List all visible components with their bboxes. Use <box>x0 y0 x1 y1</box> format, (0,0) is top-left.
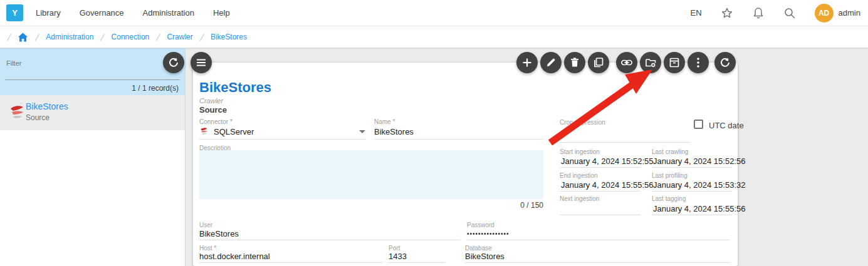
home-icon[interactable] <box>18 33 28 42</box>
app-window: Y Library Governance Administration Help… <box>0 0 868 266</box>
archive-button[interactable] <box>664 52 685 73</box>
search-icon[interactable] <box>783 7 796 19</box>
chevron-down-icon[interactable] <box>359 130 365 133</box>
list-item-bikestores[interactable]: BikeStores Source <box>0 95 185 130</box>
underline <box>467 240 729 240</box>
panel-menu-button[interactable] <box>191 52 212 73</box>
record-count: 1 / 1 record(s) <box>132 84 179 93</box>
breadcrumb-crawler[interactable]: Crawler <box>167 33 192 41</box>
breadcrumb-separator: / <box>200 32 204 43</box>
description-textarea[interactable] <box>199 150 543 199</box>
next-ingestion-label: Next ingestion <box>560 195 599 202</box>
last-tagging-label: Last tagging <box>652 195 686 202</box>
connector-underline <box>199 139 365 140</box>
sqlserver-logo-icon <box>8 103 27 125</box>
port-field[interactable] <box>389 252 445 261</box>
user-field[interactable] <box>199 229 461 238</box>
connector-value: SQLServer <box>214 127 254 136</box>
list-item-type: Source <box>26 113 50 122</box>
name-underline <box>374 139 543 140</box>
utc-date-label: UTC date <box>709 121 744 130</box>
database-label: Database <box>465 245 492 252</box>
underline <box>560 215 641 215</box>
cron-expression-field[interactable] <box>560 129 689 138</box>
topbar-right-cluster: EN AD admin <box>691 4 868 23</box>
cron-underline <box>560 142 689 143</box>
cron-expression-label: Cron expression <box>560 119 605 126</box>
user-avatar[interactable]: AD <box>815 4 834 23</box>
underline <box>652 215 732 215</box>
breadcrumb-separator: / <box>100 32 105 43</box>
refresh-button[interactable] <box>714 52 736 73</box>
start-ingestion-label: Start ingestion <box>560 148 600 155</box>
connector-label: Connector * <box>199 118 233 125</box>
crawl-settings-button[interactable] <box>640 52 661 73</box>
underline <box>560 167 641 168</box>
delete-button[interactable] <box>564 52 585 73</box>
underline <box>199 262 382 263</box>
menu-help[interactable]: Help <box>213 8 230 18</box>
menu-governance[interactable]: Governance <box>80 8 124 18</box>
underline <box>389 262 445 263</box>
star-icon[interactable] <box>721 7 733 19</box>
last-crawling-value: January 4, 2024 15:52:56 <box>653 156 745 166</box>
sidebar-refresh-button[interactable] <box>163 52 184 73</box>
underline <box>560 191 641 192</box>
sqlserver-logo-icon <box>199 126 209 136</box>
database-field[interactable] <box>465 252 729 261</box>
page-subtitle: Crawler <box>199 97 223 105</box>
utc-date-checkbox[interactable] <box>694 120 703 129</box>
last-crawling-label: Last crawling <box>652 148 688 155</box>
user-label: User <box>199 222 212 228</box>
breadcrumb-separator: / <box>7 32 11 43</box>
underline <box>652 167 732 168</box>
underline <box>465 262 729 263</box>
top-navigation-bar: Y Library Governance Administration Help… <box>0 0 868 26</box>
last-profiling-label: Last profiling <box>652 172 688 179</box>
page-title: BikeStores <box>199 79 271 96</box>
duplicate-button[interactable] <box>588 52 609 73</box>
filter-underline <box>5 79 180 80</box>
name-field[interactable] <box>374 127 543 136</box>
underline <box>652 191 732 192</box>
edit-button[interactable] <box>540 52 562 73</box>
menu-administration[interactable]: Administration <box>143 8 194 18</box>
link-button[interactable] <box>616 52 637 73</box>
more-options-button[interactable] <box>688 52 709 73</box>
name-label: Name * <box>374 118 395 125</box>
last-tagging-value: January 4, 2024 15:55:56 <box>653 204 745 213</box>
last-profiling-value: January 4, 2024 15:53:32 <box>653 180 745 190</box>
filter-input[interactable] <box>6 59 150 67</box>
password-label: Password <box>467 222 494 228</box>
end-ingestion-value: January 4, 2024 15:55:56 <box>561 180 653 190</box>
underline <box>199 240 461 240</box>
password-field[interactable] <box>467 230 729 237</box>
add-button[interactable] <box>516 52 538 73</box>
host-label: Host * <box>199 245 216 252</box>
list-item-name[interactable]: BikeStores <box>26 101 68 111</box>
language-selector[interactable]: EN <box>691 8 702 18</box>
filter-section: 1 / 1 record(s) <box>0 48 185 95</box>
username-label: admin <box>839 8 860 18</box>
host-field[interactable] <box>199 252 382 261</box>
start-ingestion-value: January 4, 2024 15:52:55 <box>561 156 653 166</box>
app-logo[interactable]: Y <box>6 4 23 21</box>
connection-list-panel: 1 / 1 record(s) BikeStores Source <box>0 48 186 266</box>
user-account[interactable]: AD admin <box>815 4 860 23</box>
port-label: Port <box>389 245 400 252</box>
connector-select[interactable]: SQLServer <box>199 126 365 136</box>
breadcrumb-connection[interactable]: Connection <box>112 33 150 41</box>
section-heading: Source <box>199 105 227 115</box>
main-menu: Library Governance Administration Help <box>36 8 230 18</box>
breadcrumb-bikestores[interactable]: BikeStores <box>211 33 247 41</box>
end-ingestion-label: End ingestion <box>560 172 598 179</box>
breadcrumb: / / Administration / Connection / Crawle… <box>0 26 868 48</box>
breadcrumb-separator: / <box>35 32 39 43</box>
bell-icon[interactable] <box>752 7 765 19</box>
menu-library[interactable]: Library <box>36 8 61 18</box>
breadcrumb-administration[interactable]: Administration <box>46 33 93 41</box>
breadcrumb-separator: / <box>156 32 160 43</box>
description-counter: 0 / 150 <box>199 201 543 210</box>
